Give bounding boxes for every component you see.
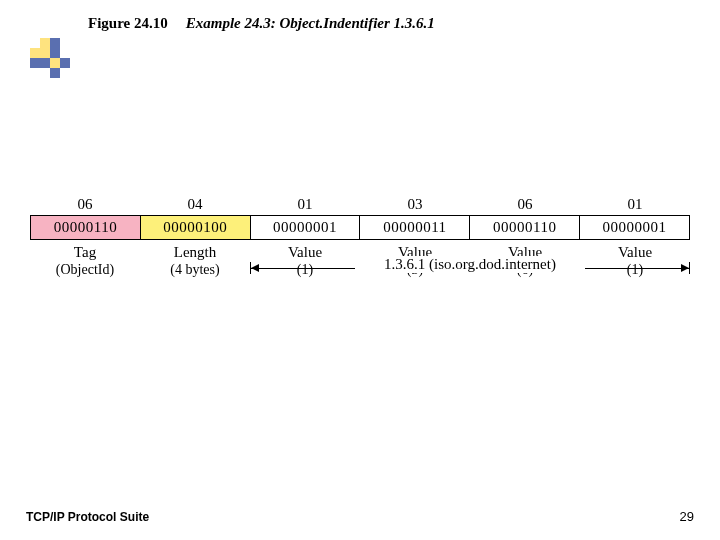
figure-title: Example 24.3: Object.Indentifier 1.3.6.1 — [186, 15, 435, 31]
encoding-diagram: 06 04 01 03 06 01 00000110 00000100 0000… — [30, 196, 690, 279]
binary-cell: 00000110 — [30, 215, 141, 240]
hex-cell: 06 — [470, 196, 580, 215]
field-label: Length — [174, 244, 217, 260]
binary-cell: 00000110 — [470, 215, 580, 240]
binary-row: 00000110 00000100 00000001 00000011 0000… — [30, 215, 690, 240]
label-cell: Tag (ObjectId) — [30, 240, 140, 279]
hex-cell: 04 — [140, 196, 250, 215]
field-sub: (ObjectId) — [56, 262, 114, 277]
binary-cell: 00000001 — [580, 215, 690, 240]
dimension-cap-right — [689, 262, 690, 274]
figure-header: Figure 24.10 Example 24.3: Object.Indent… — [88, 14, 435, 32]
hex-cell: 06 — [30, 196, 140, 215]
hex-cell: 03 — [360, 196, 470, 215]
hex-cell: 01 — [580, 196, 690, 215]
field-sub: (4 bytes) — [170, 262, 219, 277]
hex-cell: 01 — [250, 196, 360, 215]
figure-label: Figure 24.10 — [88, 15, 168, 31]
oid-dimension: 1.3.6.1 (iso.org.dod.internet) — [250, 258, 690, 280]
page-number: 29 — [680, 509, 694, 524]
arrow-left-icon — [251, 264, 259, 272]
arrow-right-icon — [681, 264, 689, 272]
dimension-label: 1.3.6.1 (iso.org.dod.internet) — [355, 256, 585, 273]
label-cell: Length (4 bytes) — [140, 240, 250, 279]
slide-bullet-icon — [30, 38, 70, 78]
hex-row: 06 04 01 03 06 01 — [30, 196, 690, 215]
binary-cell: 00000011 — [360, 215, 470, 240]
binary-cell: 00000100 — [141, 215, 251, 240]
binary-cell: 00000001 — [251, 215, 361, 240]
footer-text: TCP/IP Protocol Suite — [26, 510, 149, 524]
field-label: Tag — [74, 244, 96, 260]
